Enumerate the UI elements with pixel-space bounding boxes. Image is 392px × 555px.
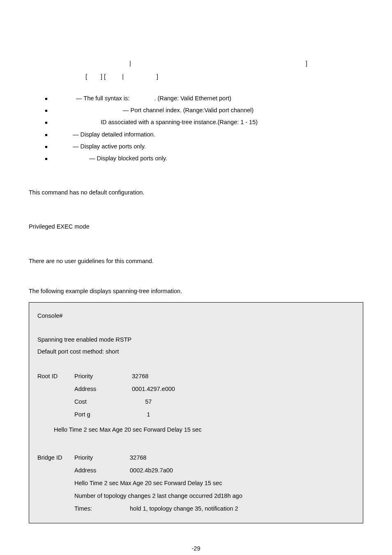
bullet-icon (45, 146, 47, 148)
text: — Port channel index. (Range:Valid port … (121, 107, 254, 113)
key: Times: (74, 503, 130, 515)
text: — Display blocked ports only. (88, 155, 167, 162)
value: 0002.4b29.7a00 (130, 465, 173, 476)
text: Hello Time 2 sec Max Age 20 sec Forward … (54, 424, 355, 436)
syntax-char: [ (85, 72, 87, 81)
table-row: Cost 57 (37, 396, 355, 408)
key: Priority (74, 370, 132, 382)
list-item: — Port channel index. (Range:Valid port … (45, 106, 363, 115)
list-item: — The full syntax is: . (Range: Valid Et… (45, 94, 363, 103)
page: |] [] [|] — The full syntax is: . (Range… (0, 0, 392, 555)
list-item: — Display detailed information. (45, 130, 363, 139)
text: . (Range: Valid Ethernet port) (154, 95, 231, 102)
bullet-icon (45, 122, 47, 124)
bullet-icon (45, 98, 47, 100)
key: Address (74, 465, 130, 476)
paragraph: Privileged EXEC mode (29, 222, 363, 231)
syntax-line-2: [] [|] (45, 71, 363, 81)
table-row: Port g 1 (37, 409, 355, 421)
table-row: Bridge ID Priority 32768 (37, 452, 355, 464)
text: — The full syntax is: (74, 95, 131, 102)
syntax-char: ] (306, 59, 307, 68)
value: hold 1, topology change 35, notification… (130, 503, 238, 515)
table-row: Address 0002.4b29.7a00 (37, 465, 355, 476)
value: 1 (132, 409, 150, 421)
label: Root ID (37, 370, 74, 382)
syntax-char: | (129, 59, 131, 68)
table-row: Address 0001.4297.e000 (37, 383, 355, 395)
text: ID associated with a spanning-tree insta… (101, 119, 258, 125)
paragraph: There are no user guidelines for this co… (29, 257, 363, 266)
table-row: Times: hold 1, topology change 35, notif… (37, 503, 355, 515)
key: Cost (74, 396, 132, 408)
table-row: Number of topology changes 2 last change… (37, 490, 355, 502)
text: — Display active ports only. (71, 143, 146, 150)
list-item: — Display blocked ports only. (45, 154, 363, 163)
key: Priority (74, 452, 130, 464)
text: Hello Time 2 sec Max Age 20 sec Forward … (74, 477, 222, 489)
text: Default port cost method: short (37, 346, 355, 358)
value: 57 (132, 396, 152, 408)
page-number: -29 (29, 544, 363, 553)
syntax-char: | (122, 72, 124, 81)
paragraph: This command has no default configuratio… (29, 188, 363, 197)
bullet-icon (45, 110, 47, 112)
value: 32768 (132, 370, 148, 382)
key: Port g (74, 409, 132, 421)
label: Bridge ID (37, 452, 74, 464)
key: Address (74, 383, 132, 395)
bullet-icon (45, 158, 47, 160)
syntax-block: |] [] [|] (45, 58, 363, 81)
text: Spanning tree enabled mode RSTP (37, 334, 355, 346)
console-output: Console# Spanning tree enabled mode RSTP… (29, 302, 363, 523)
syntax-char: ] (157, 72, 158, 81)
value: 32768 (130, 452, 146, 464)
bullet-icon (45, 134, 47, 136)
syntax-char: ] [ (101, 72, 106, 81)
syntax-line-1: |] (45, 58, 363, 68)
example-intro: The following example displays spanning-… (29, 287, 363, 296)
table-row: Root ID Priority 32768 (37, 370, 355, 382)
list-item: — Display active ports only. (45, 142, 363, 151)
text: Number of topology changes 2 last change… (74, 490, 242, 502)
table-row: Hello Time 2 sec Max Age 20 sec Forward … (37, 477, 355, 489)
value: 0001.4297.e000 (132, 383, 175, 395)
list-item: ID associated with a spanning-tree insta… (45, 118, 363, 127)
text: — Display detailed information. (71, 131, 155, 138)
console-prompt: Console# (37, 310, 355, 322)
